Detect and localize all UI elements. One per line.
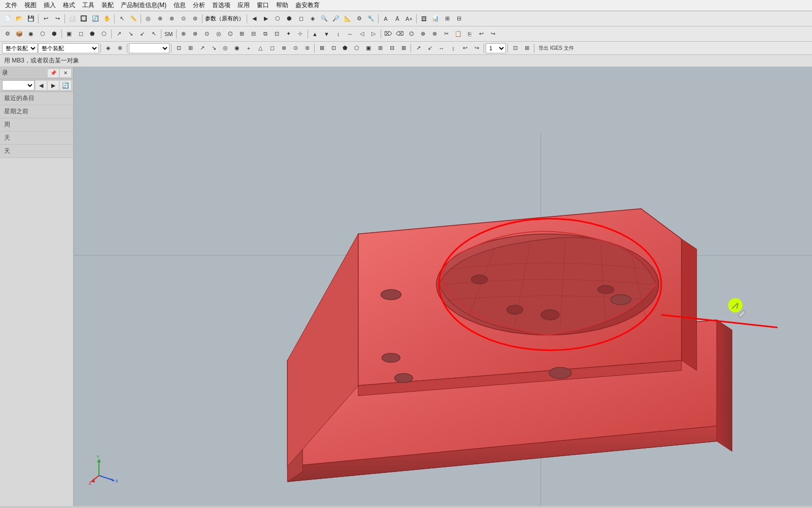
tb-ref5[interactable]: ⊚ [189, 13, 200, 24]
tb-a8[interactable]: 🔎 [330, 13, 342, 24]
sidebar-item-day2[interactable]: 天 [0, 145, 73, 158]
tb3-29[interactable]: ⊡ [510, 43, 521, 54]
tb3-27[interactable]: ↩ [459, 43, 470, 54]
tb-zoom-box[interactable]: ⬜ [66, 13, 78, 24]
tb-a9[interactable]: 📐 [342, 13, 353, 24]
menu-info[interactable]: 信息 [171, 0, 189, 11]
tb-a7[interactable]: 🔍 [319, 13, 330, 24]
tb2-27[interactable]: ↕ [333, 28, 344, 40]
tb3-4[interactable]: ⊞ [185, 43, 196, 54]
tb2-25[interactable]: ▲ [310, 28, 321, 40]
menu-view[interactable]: 视图 [21, 0, 40, 11]
tb2-3[interactable]: ◉ [25, 28, 37, 40]
tb2-16[interactable]: ⊙ [201, 28, 213, 40]
tb-save[interactable]: 💾 [25, 13, 37, 24]
viewport[interactable]: X Y Z [74, 67, 812, 506]
tb2-36[interactable]: ✂ [441, 28, 452, 40]
tb-a5[interactable]: ◻ [295, 13, 307, 24]
tb3-30[interactable]: ⊞ [521, 43, 532, 54]
tb2-34[interactable]: ⊕ [418, 28, 429, 40]
sidebar-nav-back[interactable]: ◀ [36, 81, 47, 90]
menu-assembly[interactable]: 装配 [98, 0, 117, 11]
tb3-10[interactable]: △ [255, 43, 266, 54]
menu-format[interactable]: 格式 [60, 0, 78, 11]
tb-c1[interactable]: 🖼 [418, 13, 429, 24]
tb3-14[interactable]: ⊚ [301, 43, 313, 54]
tb-a6[interactable]: ◈ [307, 13, 318, 24]
tb-a1[interactable]: ◀ [249, 13, 260, 24]
menu-tools[interactable]: 工具 [79, 0, 97, 11]
tb3-18[interactable]: ⬠ [351, 43, 362, 54]
sidebar-item-week[interactable]: 周 [0, 118, 73, 132]
tb-ref2[interactable]: ⊕ [154, 13, 165, 24]
tb2-6[interactable]: ▣ [63, 28, 75, 40]
tb3-6[interactable]: ↘ [208, 43, 219, 54]
tb-a3[interactable]: ⬡ [272, 13, 283, 24]
tb-c4[interactable]: ⊟ [453, 13, 464, 24]
tb2-5[interactable]: ⬢ [49, 28, 60, 40]
tb2-33[interactable]: ⌬ [406, 28, 417, 40]
sidebar-nav-fwd[interactable]: ▶ [48, 81, 59, 90]
tb-zoom3d[interactable]: 🔲 [78, 13, 89, 24]
tb3-28[interactable]: ↪ [471, 43, 482, 54]
tb3-5[interactable]: ↗ [196, 43, 208, 54]
menu-mfg[interactable]: 产品制造信息(M) [118, 0, 170, 11]
tb3-20[interactable]: ⊞ [375, 43, 386, 54]
tb3-23[interactable]: ↗ [413, 43, 424, 54]
tb2-14[interactable]: ⊕ [178, 28, 189, 40]
tb2-9[interactable]: ⬠ [98, 28, 110, 40]
tb2-37[interactable]: 📋 [453, 28, 464, 40]
tb3-13[interactable]: ⊙ [290, 43, 301, 54]
tb2-29[interactable]: ◁ [356, 28, 367, 40]
tb2-1[interactable]: ⚙ [2, 28, 13, 40]
tb3-3[interactable]: ⊡ [173, 43, 184, 54]
menu-file[interactable]: 文件 [2, 0, 20, 11]
tb2-31[interactable]: ⌦ [383, 28, 394, 40]
menu-insert[interactable]: 插入 [41, 0, 59, 11]
tb2-24[interactable]: ⊹ [295, 28, 306, 40]
tb2-7[interactable]: ◻ [75, 28, 86, 40]
tb2-40[interactable]: ↪ [488, 28, 499, 40]
tb3-select3[interactable] [129, 43, 170, 53]
tb2-10[interactable]: ↗ [113, 28, 124, 40]
tb-b1[interactable]: A [380, 13, 391, 24]
tb2-38[interactable]: ⎘ [464, 28, 476, 40]
tb2-19[interactable]: ⊞ [236, 28, 248, 40]
tb3-select1[interactable]: 整个装配 [2, 43, 38, 53]
tb-rotate[interactable]: 🔄 [90, 13, 101, 24]
tb2-sm[interactable]: SM [163, 28, 175, 40]
tb2-22[interactable]: ⊡ [272, 28, 283, 40]
tb-a10[interactable]: ⚙ [354, 13, 365, 24]
tb2-21[interactable]: ⧉ [260, 28, 271, 40]
tb3-select2[interactable]: 整个装配 [38, 43, 99, 53]
sidebar-refresh[interactable]: 🔄 [60, 81, 71, 90]
tb2-39[interactable]: ↩ [476, 28, 487, 40]
tb2-17[interactable]: ◎ [213, 28, 224, 40]
tb2-23[interactable]: ✦ [283, 28, 294, 40]
tb2-11[interactable]: ↘ [125, 28, 136, 40]
tb-measure[interactable]: 📏 [128, 13, 139, 24]
tb-a11[interactable]: 🔧 [365, 13, 377, 24]
tb-redo[interactable]: ↪ [52, 13, 63, 24]
tb3-7[interactable]: ◎ [220, 43, 231, 54]
tb-b2[interactable]: Ā [392, 13, 403, 24]
tb-new[interactable]: 📄 [2, 13, 13, 24]
tb3-15[interactable]: ⊠ [316, 43, 327, 54]
tb-ref4[interactable]: ⊙ [178, 13, 189, 24]
tb2-28[interactable]: ↔ [345, 28, 356, 40]
menu-prefs[interactable]: 首选项 [209, 0, 233, 11]
tb2-13[interactable]: ↖ [148, 28, 159, 40]
tb2-35[interactable]: ⊗ [429, 28, 441, 40]
tb-b3[interactable]: A+ [403, 13, 415, 24]
tb2-8[interactable]: ⬟ [87, 28, 98, 40]
tb2-4[interactable]: ⬡ [37, 28, 48, 40]
tb-ref1[interactable]: ◎ [143, 13, 154, 24]
menu-app[interactable]: 应用 [234, 0, 253, 11]
tb-a2[interactable]: ▶ [260, 13, 272, 24]
tb-pan[interactable]: ✋ [101, 13, 113, 24]
tb-ref3[interactable]: ⊗ [166, 13, 177, 24]
sidebar-pin-btn[interactable]: 📌 [48, 69, 59, 77]
tb2-26[interactable]: ▼ [321, 28, 332, 40]
menu-help[interactable]: 帮助 [273, 0, 291, 11]
tb2-2[interactable]: 📦 [14, 28, 25, 40]
